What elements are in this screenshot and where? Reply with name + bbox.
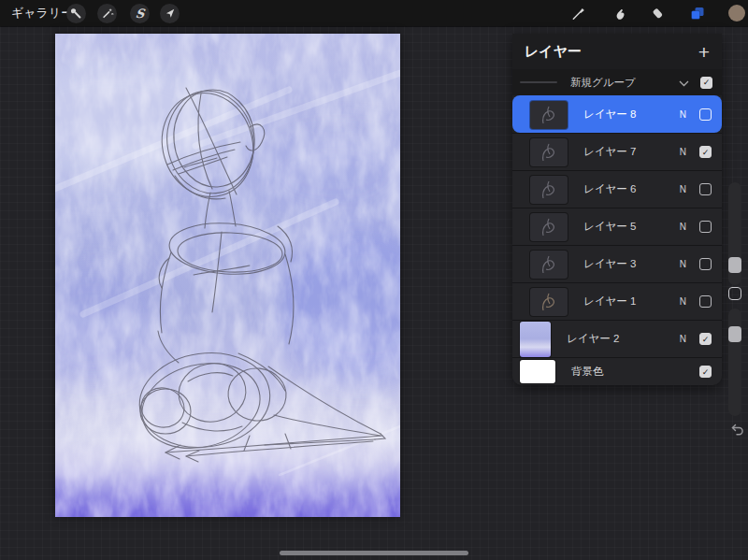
layer-row[interactable]: レイヤー 5 N <box>512 208 722 245</box>
layer-name: レイヤー 2 <box>567 332 680 346</box>
procreate-app: ギャラリー S <box>0 0 748 560</box>
layer-name: 背景色 <box>571 365 699 379</box>
visibility-checkbox[interactable] <box>699 258 712 270</box>
adjustments-button[interactable] <box>97 4 117 23</box>
brush-tool-button[interactable] <box>568 3 588 23</box>
undo-arrow-icon <box>728 424 745 440</box>
layer-thumbnail <box>530 138 568 166</box>
visibility-checkbox[interactable]: ✓ <box>699 366 712 378</box>
layer-name: レイヤー 5 <box>583 220 680 234</box>
layer-name: レイヤー 1 <box>583 294 680 309</box>
visibility-checkbox[interactable] <box>699 108 712 121</box>
layer-name: レイヤー 6 <box>583 182 680 196</box>
layer-thumbnail <box>520 322 551 357</box>
opacity-slider-handle[interactable] <box>728 326 741 342</box>
group-name: 新規グループ <box>570 76 636 90</box>
thumbnail-sketch <box>530 138 568 166</box>
chevron-down-icon[interactable] <box>679 74 689 91</box>
blend-mode-badge[interactable]: N <box>680 109 686 120</box>
layer-thumbnail <box>520 360 555 383</box>
blend-mode-badge[interactable]: N <box>680 184 686 194</box>
blend-mode-badge[interactable]: N <box>680 222 686 232</box>
layers-panel-button[interactable] <box>686 3 707 23</box>
thumbnail-sketch <box>530 101 568 129</box>
layer-row[interactable]: 背景色 ✓ <box>512 357 722 385</box>
add-layer-button[interactable]: + <box>698 42 710 62</box>
layer-row[interactable]: レイヤー 1 N <box>512 282 722 320</box>
eraser-icon <box>650 6 666 22</box>
visibility-checkbox[interactable] <box>699 183 712 195</box>
layer-group-row[interactable]: 新規グループ ✓ <box>512 69 722 95</box>
layer-thumbnail <box>530 176 568 204</box>
selection-button[interactable]: S <box>130 4 150 23</box>
layers-panel-header: レイヤー + <box>512 34 722 69</box>
brush-icon <box>570 6 586 22</box>
layers-list: レイヤー 8 N レイヤー 7 N ✓ レイヤー 6 N <box>512 95 722 385</box>
brush-size-slider-handle[interactable] <box>728 257 741 273</box>
visibility-checkbox[interactable]: ✓ <box>699 333 712 345</box>
layer-name: レイヤー 3 <box>583 257 680 271</box>
layer-thumbnail <box>530 101 568 129</box>
blend-mode-badge[interactable]: N <box>680 259 686 269</box>
layer-row[interactable]: レイヤー 6 N <box>512 170 722 208</box>
visibility-checkbox[interactable]: ✓ <box>699 146 712 158</box>
color-button[interactable] <box>726 3 747 23</box>
layers-panel-title: レイヤー <box>525 43 582 61</box>
transform-button[interactable] <box>160 4 180 23</box>
layers-icon <box>688 5 706 22</box>
layers-panel: レイヤー + 新規グループ ✓ レイヤー 8 N レイヤー 7 <box>512 34 722 385</box>
group-visibility-checkbox[interactable]: ✓ <box>700 77 712 89</box>
blend-mode-badge[interactable]: N <box>680 334 686 344</box>
thumbnail-sketch <box>530 288 568 316</box>
actions-button[interactable] <box>66 4 86 23</box>
blend-mode-badge[interactable]: N <box>680 296 686 307</box>
layer-name: レイヤー 7 <box>583 145 680 159</box>
visibility-checkbox[interactable] <box>699 221 712 233</box>
brush-size-slider[interactable] <box>728 182 741 285</box>
artwork-sketch <box>55 34 400 517</box>
magic-wand-icon <box>101 7 114 20</box>
gallery-button[interactable]: ギャラリー <box>11 0 73 26</box>
thumbnail-sketch <box>530 176 568 204</box>
layer-thumbnail <box>530 213 568 241</box>
selection-s-icon: S <box>135 7 145 20</box>
color-swatch <box>728 5 745 22</box>
layer-thumbnail <box>530 288 568 316</box>
layer-thumbnail <box>530 251 568 279</box>
smudge-finger-icon <box>612 6 628 22</box>
blend-mode-badge[interactable]: N <box>680 147 686 157</box>
wrench-icon <box>70 7 82 20</box>
top-toolbar: ギャラリー S <box>0 0 748 26</box>
smudge-tool-button[interactable] <box>610 3 630 23</box>
drawing-canvas[interactable] <box>55 34 400 517</box>
thumbnail-sketch <box>530 213 568 241</box>
transform-arrow-icon <box>164 7 176 20</box>
thumbnail-sketch <box>530 251 568 279</box>
layer-row[interactable]: レイヤー 7 N ✓ <box>512 133 722 170</box>
layer-row[interactable]: レイヤー 2 N ✓ <box>512 320 722 357</box>
undo-button[interactable] <box>728 421 745 438</box>
group-thumbnail-dash <box>520 81 557 83</box>
home-indicator[interactable] <box>280 551 468 555</box>
opacity-slider[interactable] <box>728 309 741 416</box>
eraser-tool-button[interactable] <box>647 3 668 23</box>
modify-button[interactable] <box>728 287 741 300</box>
layer-row[interactable]: レイヤー 8 N <box>512 95 722 133</box>
layer-row[interactable]: レイヤー 3 N <box>512 245 722 282</box>
layer-name: レイヤー 8 <box>583 108 680 122</box>
visibility-checkbox[interactable] <box>699 295 712 308</box>
